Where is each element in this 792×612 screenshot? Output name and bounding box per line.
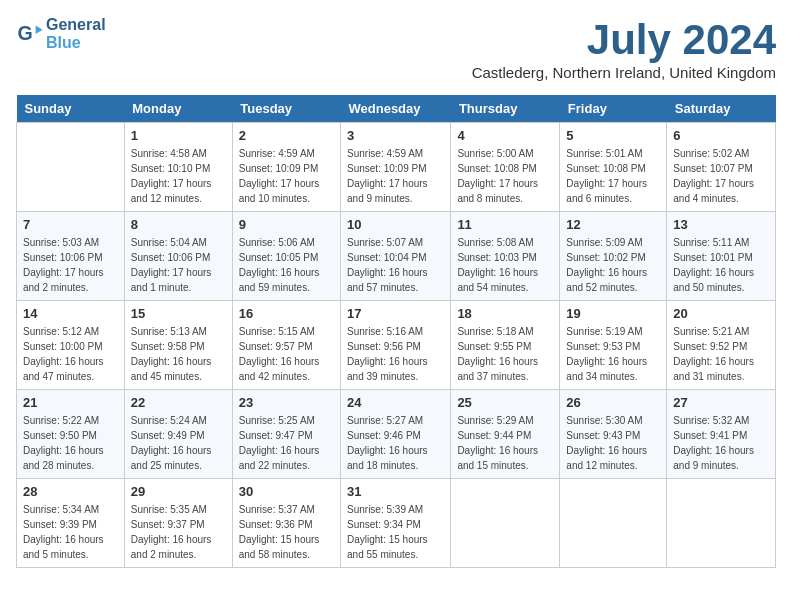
day-info: Sunrise: 5:35 AMSunset: 9:37 PMDaylight:… [131, 502, 226, 562]
week-row-2: 7 Sunrise: 5:03 AMSunset: 10:06 PMDaylig… [17, 212, 776, 301]
calendar-body: 1 Sunrise: 4:58 AMSunset: 10:10 PMDaylig… [17, 123, 776, 568]
day-number: 22 [131, 395, 226, 410]
calendar-cell: 16 Sunrise: 5:15 AMSunset: 9:57 PMDaylig… [232, 301, 340, 390]
weekday-header-wednesday: Wednesday [341, 95, 451, 123]
day-info: Sunrise: 5:24 AMSunset: 9:49 PMDaylight:… [131, 413, 226, 473]
day-info: Sunrise: 5:04 AMSunset: 10:06 PMDaylight… [131, 235, 226, 295]
day-number: 16 [239, 306, 334, 321]
weekday-header-monday: Monday [124, 95, 232, 123]
calendar-cell: 27 Sunrise: 5:32 AMSunset: 9:41 PMDaylig… [667, 390, 776, 479]
day-info: Sunrise: 4:58 AMSunset: 10:10 PMDaylight… [131, 146, 226, 206]
calendar-cell: 28 Sunrise: 5:34 AMSunset: 9:39 PMDaylig… [17, 479, 125, 568]
calendar-cell: 29 Sunrise: 5:35 AMSunset: 9:37 PMDaylig… [124, 479, 232, 568]
calendar-cell: 14 Sunrise: 5:12 AMSunset: 10:00 PMDayli… [17, 301, 125, 390]
calendar-cell: 9 Sunrise: 5:06 AMSunset: 10:05 PMDaylig… [232, 212, 340, 301]
weekday-header-sunday: Sunday [17, 95, 125, 123]
day-number: 24 [347, 395, 444, 410]
logo-icon: G [16, 20, 44, 48]
day-number: 20 [673, 306, 769, 321]
calendar-cell: 1 Sunrise: 4:58 AMSunset: 10:10 PMDaylig… [124, 123, 232, 212]
day-number: 3 [347, 128, 444, 143]
weekday-header-friday: Friday [560, 95, 667, 123]
day-info: Sunrise: 5:03 AMSunset: 10:06 PMDaylight… [23, 235, 118, 295]
day-number: 25 [457, 395, 553, 410]
calendar-cell: 7 Sunrise: 5:03 AMSunset: 10:06 PMDaylig… [17, 212, 125, 301]
day-info: Sunrise: 5:22 AMSunset: 9:50 PMDaylight:… [23, 413, 118, 473]
day-info: Sunrise: 5:12 AMSunset: 10:00 PMDaylight… [23, 324, 118, 384]
day-number: 27 [673, 395, 769, 410]
calendar-cell: 2 Sunrise: 4:59 AMSunset: 10:09 PMDaylig… [232, 123, 340, 212]
calendar-cell: 5 Sunrise: 5:01 AMSunset: 10:08 PMDaylig… [560, 123, 667, 212]
calendar-cell: 26 Sunrise: 5:30 AMSunset: 9:43 PMDaylig… [560, 390, 667, 479]
day-number: 14 [23, 306, 118, 321]
day-info: Sunrise: 5:25 AMSunset: 9:47 PMDaylight:… [239, 413, 334, 473]
day-number: 4 [457, 128, 553, 143]
svg-text:G: G [17, 21, 32, 43]
calendar-cell: 21 Sunrise: 5:22 AMSunset: 9:50 PMDaylig… [17, 390, 125, 479]
day-number: 15 [131, 306, 226, 321]
day-info: Sunrise: 5:02 AMSunset: 10:07 PMDaylight… [673, 146, 769, 206]
day-number: 17 [347, 306, 444, 321]
day-info: Sunrise: 5:13 AMSunset: 9:58 PMDaylight:… [131, 324, 226, 384]
day-info: Sunrise: 5:21 AMSunset: 9:52 PMDaylight:… [673, 324, 769, 384]
calendar-cell: 13 Sunrise: 5:11 AMSunset: 10:01 PMDayli… [667, 212, 776, 301]
location-subtitle: Castlederg, Northern Ireland, United Kin… [472, 64, 776, 81]
calendar-cell: 31 Sunrise: 5:39 AMSunset: 9:34 PMDaylig… [341, 479, 451, 568]
weekday-header-saturday: Saturday [667, 95, 776, 123]
calendar-cell: 24 Sunrise: 5:27 AMSunset: 9:46 PMDaylig… [341, 390, 451, 479]
day-info: Sunrise: 5:39 AMSunset: 9:34 PMDaylight:… [347, 502, 444, 562]
week-row-5: 28 Sunrise: 5:34 AMSunset: 9:39 PMDaylig… [17, 479, 776, 568]
day-info: Sunrise: 5:34 AMSunset: 9:39 PMDaylight:… [23, 502, 118, 562]
day-number: 12 [566, 217, 660, 232]
calendar-cell: 19 Sunrise: 5:19 AMSunset: 9:53 PMDaylig… [560, 301, 667, 390]
weekday-header-tuesday: Tuesday [232, 95, 340, 123]
day-info: Sunrise: 5:00 AMSunset: 10:08 PMDaylight… [457, 146, 553, 206]
day-number: 8 [131, 217, 226, 232]
calendar-cell: 15 Sunrise: 5:13 AMSunset: 9:58 PMDaylig… [124, 301, 232, 390]
day-info: Sunrise: 5:01 AMSunset: 10:08 PMDaylight… [566, 146, 660, 206]
day-info: Sunrise: 5:29 AMSunset: 9:44 PMDaylight:… [457, 413, 553, 473]
calendar-cell: 4 Sunrise: 5:00 AMSunset: 10:08 PMDaylig… [451, 123, 560, 212]
calendar-cell: 30 Sunrise: 5:37 AMSunset: 9:36 PMDaylig… [232, 479, 340, 568]
day-info: Sunrise: 5:37 AMSunset: 9:36 PMDaylight:… [239, 502, 334, 562]
calendar-cell: 6 Sunrise: 5:02 AMSunset: 10:07 PMDaylig… [667, 123, 776, 212]
logo-line1: General [46, 16, 106, 34]
day-info: Sunrise: 5:18 AMSunset: 9:55 PMDaylight:… [457, 324, 553, 384]
day-number: 13 [673, 217, 769, 232]
day-number: 31 [347, 484, 444, 499]
calendar-cell: 12 Sunrise: 5:09 AMSunset: 10:02 PMDayli… [560, 212, 667, 301]
calendar-cell: 20 Sunrise: 5:21 AMSunset: 9:52 PMDaylig… [667, 301, 776, 390]
day-info: Sunrise: 5:07 AMSunset: 10:04 PMDaylight… [347, 235, 444, 295]
calendar-cell: 3 Sunrise: 4:59 AMSunset: 10:09 PMDaylig… [341, 123, 451, 212]
calendar-cell [667, 479, 776, 568]
day-number: 7 [23, 217, 118, 232]
weekday-header-thursday: Thursday [451, 95, 560, 123]
day-number: 30 [239, 484, 334, 499]
day-number: 26 [566, 395, 660, 410]
day-info: Sunrise: 4:59 AMSunset: 10:09 PMDaylight… [239, 146, 334, 206]
day-number: 5 [566, 128, 660, 143]
day-info: Sunrise: 5:16 AMSunset: 9:56 PMDaylight:… [347, 324, 444, 384]
calendar-cell: 11 Sunrise: 5:08 AMSunset: 10:03 PMDayli… [451, 212, 560, 301]
day-number: 21 [23, 395, 118, 410]
svg-marker-1 [36, 25, 43, 33]
day-number: 6 [673, 128, 769, 143]
page-header: G General Blue July 2024 Castlederg, Nor… [16, 16, 776, 91]
calendar-cell: 18 Sunrise: 5:18 AMSunset: 9:55 PMDaylig… [451, 301, 560, 390]
calendar-cell: 10 Sunrise: 5:07 AMSunset: 10:04 PMDayli… [341, 212, 451, 301]
day-info: Sunrise: 5:19 AMSunset: 9:53 PMDaylight:… [566, 324, 660, 384]
day-number: 29 [131, 484, 226, 499]
day-number: 9 [239, 217, 334, 232]
day-info: Sunrise: 5:27 AMSunset: 9:46 PMDaylight:… [347, 413, 444, 473]
calendar-table: SundayMondayTuesdayWednesdayThursdayFrid… [16, 95, 776, 568]
calendar-cell [451, 479, 560, 568]
week-row-3: 14 Sunrise: 5:12 AMSunset: 10:00 PMDayli… [17, 301, 776, 390]
calendar-cell: 22 Sunrise: 5:24 AMSunset: 9:49 PMDaylig… [124, 390, 232, 479]
day-number: 19 [566, 306, 660, 321]
day-number: 23 [239, 395, 334, 410]
calendar-cell [17, 123, 125, 212]
day-number: 18 [457, 306, 553, 321]
day-info: Sunrise: 5:15 AMSunset: 9:57 PMDaylight:… [239, 324, 334, 384]
day-info: Sunrise: 5:08 AMSunset: 10:03 PMDaylight… [457, 235, 553, 295]
day-number: 1 [131, 128, 226, 143]
